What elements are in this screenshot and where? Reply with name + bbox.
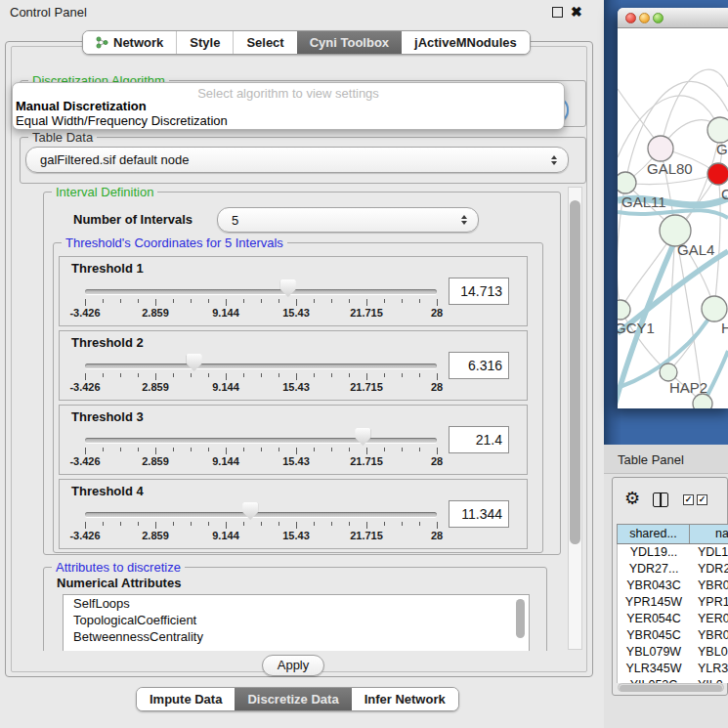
cell-name[interactable]: YPR1 — [690, 594, 728, 611]
table-row[interactable]: YPR145WYPR1 — [618, 594, 728, 611]
table-data-combobox[interactable]: galFiltered.sif default node — [25, 147, 569, 173]
threshold-3-panel: Threshold 3-3.4262.8599.14415.4321.71528… — [59, 405, 528, 475]
cell-shared-name[interactable]: YDL19... — [618, 544, 690, 561]
table-row[interactable]: YDR27...YDR2 — [618, 561, 728, 578]
attribute-item-betweennesscentrality[interactable]: BetweennessCentrality — [64, 628, 529, 645]
cell-name[interactable]: YDR2 — [690, 561, 728, 578]
minor-tick — [173, 448, 174, 451]
network-node[interactable] — [693, 394, 712, 408]
tab-select[interactable]: Select — [233, 31, 296, 54]
minor-tick — [314, 299, 315, 303]
settings-scrollbar[interactable] — [568, 187, 582, 650]
tab-label: Discretize Data — [247, 688, 338, 710]
network-node-gcy1[interactable] — [618, 300, 630, 320]
minor-tick — [191, 373, 192, 377]
minor-tick — [103, 448, 104, 451]
minor-tick — [278, 448, 279, 451]
cell-shared-name[interactable]: YLR345W — [618, 661, 690, 677]
cell-name[interactable]: YBL0 — [690, 644, 728, 661]
columns-icon[interactable] — [653, 492, 668, 507]
minor-tick — [419, 299, 420, 303]
minor-tick — [278, 299, 279, 303]
threshold-2-slider-track[interactable] — [85, 364, 437, 368]
window-title: Control Panel — [10, 5, 87, 20]
table-horizontal-scrollbar[interactable] — [618, 683, 724, 692]
minor-tick — [191, 522, 192, 526]
table-row[interactable]: YDL19...YDL1 — [618, 544, 728, 561]
node-label: C — [721, 186, 728, 202]
cell-shared-name[interactable]: YBR045C — [618, 627, 690, 644]
node-label: GAL4 — [677, 241, 714, 258]
threshold-4-value-field[interactable]: 11.344 — [449, 500, 509, 528]
tab-discretize-data[interactable]: Discretize Data — [235, 688, 351, 710]
number-of-intervals-combobox[interactable]: 5 — [217, 207, 479, 233]
tick-label: 9.144 — [212, 307, 239, 319]
tab-cyni-toolbox[interactable]: Cyni Toolbox — [297, 31, 402, 54]
checkbox-icon[interactable]: ✓ — [683, 494, 694, 505]
cell-name[interactable]: YER0 — [690, 611, 728, 627]
threshold-3-value-field[interactable]: 21.4 — [449, 426, 509, 453]
apply-button[interactable]: Apply — [262, 655, 324, 676]
column-header-name[interactable]: na — [690, 525, 728, 543]
major-tick — [226, 299, 227, 306]
settings-scrollbar-thumb[interactable] — [570, 200, 580, 544]
cell-shared-name[interactable]: YBL079W — [618, 644, 690, 661]
cell-name[interactable]: YDL1 — [690, 544, 728, 561]
column-header-shared-name[interactable]: shared... — [618, 525, 690, 543]
close-icon[interactable]: ✖ — [571, 3, 582, 21]
threshold-3-slider-track[interactable] — [85, 438, 437, 443]
cell-shared-name[interactable]: YBR043C — [618, 578, 690, 594]
threshold-4-slider-thumb[interactable] — [242, 502, 258, 520]
threshold-1-slider-track[interactable] — [85, 289, 437, 294]
cell-name[interactable]: YBR0 — [690, 627, 728, 644]
threshold-1-slider-thumb[interactable] — [280, 279, 296, 297]
network-node-c[interactable] — [707, 163, 728, 185]
table-row[interactable]: YBR045CYBR0 — [618, 627, 728, 644]
cell-name[interactable]: YBR0 — [690, 578, 728, 594]
attribute-item-selfloops[interactable]: SelfLoops — [64, 595, 529, 612]
minor-tick — [173, 373, 174, 377]
major-tick — [296, 299, 297, 306]
threshold-4-slider-track[interactable] — [85, 512, 437, 517]
threshold-2-slider-thumb[interactable] — [187, 354, 202, 371]
dropdown-option-equal-width-frequency-discretization[interactable]: Equal Width/Frequency Discretization — [13, 113, 564, 128]
close-traffic-light-icon[interactable] — [625, 13, 636, 23]
cell-shared-name[interactable]: YER054C — [618, 611, 690, 627]
minimize-traffic-light-icon[interactable] — [639, 13, 650, 23]
tick-label: 21.715 — [350, 307, 383, 319]
major-tick — [85, 373, 86, 380]
tick-label: 2.859 — [142, 381, 169, 393]
minor-tick — [402, 373, 403, 377]
network-node-h[interactable] — [702, 296, 727, 321]
tab-network[interactable]: Network — [83, 31, 176, 54]
tab-style[interactable]: Style — [176, 31, 233, 54]
numerical-attributes-label: Numerical Attributes — [57, 576, 181, 590]
cell-shared-name[interactable]: YDR27... — [618, 561, 690, 578]
cell-name[interactable]: YLR3 — [690, 661, 728, 677]
table-row[interactable]: YBR043CYBR0 — [618, 578, 728, 594]
tab-infer-network[interactable]: Infer Network — [352, 688, 458, 710]
list-scrollbar-thumb[interactable] — [516, 599, 525, 638]
threshold-2-value-field[interactable]: 6.316 — [449, 352, 509, 379]
threshold-1-value-field[interactable]: 14.713 — [449, 278, 509, 305]
table-row[interactable]: YER054CYER0 — [618, 611, 728, 627]
float-window-icon[interactable] — [552, 7, 563, 18]
table-row[interactable]: YLR345WYLR3 — [618, 661, 728, 677]
tick-label: 21.715 — [350, 381, 383, 393]
network-node-gal80[interactable] — [648, 136, 673, 161]
zoom-traffic-light-icon[interactable] — [653, 13, 664, 23]
tab-impute-data[interactable]: Impute Data — [137, 688, 235, 710]
table-row[interactable]: YBL079WYBL0 — [618, 644, 728, 661]
attribute-item-topologicalcoefficient[interactable]: TopologicalCoefficient — [64, 612, 529, 628]
tab-jactivemnodules[interactable]: jActiveMNodules — [402, 31, 530, 54]
network-node-g[interactable] — [707, 117, 728, 143]
network-node-gal11[interactable] — [618, 172, 636, 193]
tick-label: 9.144 — [212, 381, 239, 393]
gear-icon[interactable]: ⚙ — [624, 489, 640, 508]
tab-label: Network — [113, 31, 163, 54]
dropdown-option-manual-discretization[interactable]: Manual Discretization — [13, 99, 564, 113]
table-horizontal-scrollbar-thumb[interactable] — [620, 685, 722, 692]
cell-shared-name[interactable]: YPR145W — [618, 594, 690, 611]
threshold-3-slider-thumb[interactable] — [355, 428, 370, 446]
checkbox-icon[interactable]: ✓ — [697, 494, 707, 505]
